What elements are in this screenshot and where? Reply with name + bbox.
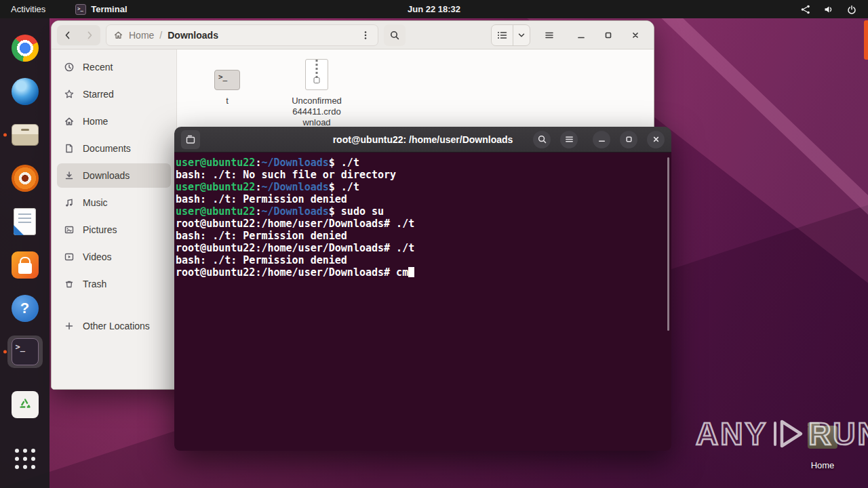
trash-icon [64,279,75,289]
home-icon [113,30,123,40]
sidebar-item-home[interactable]: Home [57,109,171,134]
dock-item-terminal[interactable]: >_ [7,336,43,368]
terminal-maximize-button[interactable] [620,131,637,148]
maximize-button[interactable] [599,26,617,44]
sidebar-item-other-locations[interactable]: Other Locations [57,314,171,338]
dock-item-help[interactable]: ? [7,292,43,325]
sidebar-item-starred[interactable]: Starred [57,82,171,106]
breadcrumb-home[interactable]: Home [129,30,154,41]
minimize-icon [576,30,587,41]
desktop-home-label[interactable]: Home [804,460,842,470]
view-options-dropdown[interactable] [513,25,530,45]
files-headerbar: Home / Downloads [52,21,654,49]
back-button[interactable] [57,25,79,45]
watermark-text-any: ANY [696,415,768,453]
sidebar-item-trash[interactable]: Trash [57,272,171,296]
sidebar-item-documents[interactable]: Documents [57,136,171,161]
sidebar-item-pictures[interactable]: Pictures [57,218,171,242]
terminal-cursor [408,267,414,277]
window-controls [568,26,648,44]
terminal-text-segment: bash: ./t: No such file or directory [176,169,396,181]
dock-item-app-grid[interactable] [7,443,43,475]
terminal-line: root@ubuntu22:/home/user/Downloads# ./t [176,242,666,254]
path-menu-button[interactable] [360,30,371,41]
terminal-headerbar[interactable]: root@ubuntu22: /home/user/Downloads [174,127,671,152]
terminal-line: bash: ./t: Permission denied [176,193,666,205]
file-item-t[interactable]: >_ t [196,58,258,106]
list-view-icon [496,30,509,41]
help-icon: ? [12,295,39,322]
terminal-line: root@ubuntu22:/home/user/Downloads# ./t [176,218,666,230]
view-toggle [491,24,530,46]
power-icon [846,4,857,15]
chrome-icon [12,35,39,62]
terminal-icon: >_ [12,338,39,365]
terminal-text-segment: ~/Downloads [261,181,328,193]
new-tab-icon [185,134,196,145]
chevron-down-icon [517,30,526,40]
home-icon [64,116,75,127]
clock[interactable]: Jun 22 18:32 [408,4,460,14]
maximize-icon [603,30,614,41]
new-tab-button[interactable] [181,130,200,149]
terminal-search-button[interactable] [533,131,551,148]
close-icon [630,30,641,41]
close-button[interactable] [627,26,644,44]
terminal-window: root@ubuntu22: /home/user/Downloads [174,127,671,451]
dock-item-chrome[interactable] [7,32,43,64]
terminal-minimize-button[interactable] [593,131,610,148]
dock-item-thunderbird[interactable] [7,75,43,108]
list-view-button[interactable] [492,25,513,45]
system-status-area[interactable] [800,0,868,18]
sidebar-item-recent[interactable]: Recent [57,55,171,79]
terminal-menu-button[interactable] [560,131,578,148]
dock-item-files[interactable] [7,119,43,151]
screen-edge-indicator [864,20,868,60]
app-grid-icon [15,449,35,469]
dock-item-libreoffice-writer[interactable] [7,205,43,238]
sidebar-item-videos[interactable]: Videos [57,245,171,269]
terminal-close-button[interactable] [647,131,665,148]
desktop: Home ANY RUN Home / Downloads [0,0,868,488]
files-icon [12,124,39,146]
terminal-line: user@ubuntu22:~/Downloads$ ./t [176,181,666,193]
terminal-output[interactable]: user@ubuntu22:~/Downloads$ ./tbash: ./t:… [174,152,671,451]
watermark-text-run: RUN [808,415,868,453]
dock-item-trash[interactable] [7,388,43,421]
maximize-icon [624,134,634,144]
nav-buttons [57,25,100,45]
forward-button[interactable] [79,25,100,45]
sidebar-item-downloads[interactable]: Downloads [57,163,171,188]
files-menu-button[interactable] [538,25,560,45]
terminal-line: bash: ./t: No such file or directory [176,169,666,181]
anyrun-watermark: ANY RUN [696,415,868,453]
activities-button[interactable]: Activities [0,0,56,18]
running-indicator [3,134,7,137]
path-bar[interactable]: Home / Downloads [106,24,378,46]
file-item-crdownload[interactable]: Unconfirmed 644411.crdownload [285,58,348,128]
files-sidebar: Recent Starred Home Documents Downloads … [52,49,177,389]
plus-icon [64,321,75,331]
minimize-button[interactable] [572,26,590,44]
dock-item-ubuntu-software[interactable] [7,249,43,281]
sidebar-item-music[interactable]: Music [57,190,171,215]
dock-item-rhythmbox[interactable] [7,162,43,195]
terminal-text-segment: root@ubuntu22:/home/user/Downloads# ./t [176,242,414,254]
file-label: t [226,96,229,106]
close-icon [651,134,661,144]
terminal-scrollbar[interactable] [667,157,669,331]
terminal-text-segment: user@ubuntu22 [176,181,255,193]
search-button[interactable] [384,24,406,46]
download-icon [64,170,75,181]
focused-app-indicator[interactable]: >_ Terminal [75,4,127,15]
terminal-text-segment: root@ubuntu22:/home/user/Downloads# cm [176,266,408,279]
search-icon [537,134,547,144]
terminal-title: root@ubuntu22: /home/user/Downloads [333,134,513,145]
music-icon [64,197,75,208]
terminal-text-segment: bash: ./t: Permission denied [176,230,347,242]
star-icon [64,89,75,100]
minimize-icon [597,134,607,144]
running-indicator [3,350,7,354]
breadcrumb-current[interactable]: Downloads [167,30,218,41]
volume-icon [823,4,834,15]
